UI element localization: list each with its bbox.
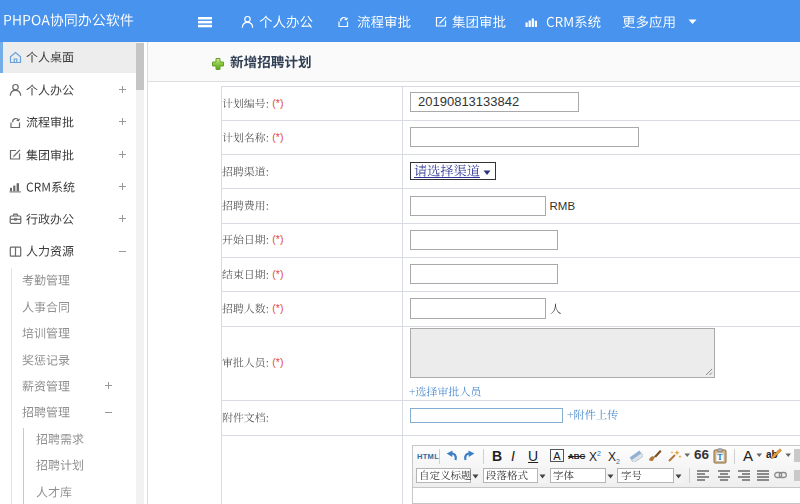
svg-text:T: T	[717, 453, 723, 462]
